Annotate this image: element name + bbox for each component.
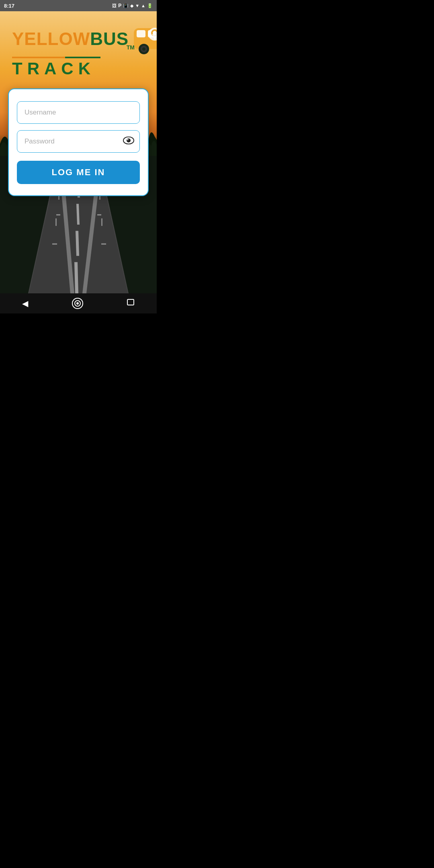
recent-apps-button[interactable] bbox=[127, 299, 135, 308]
svg-point-41 bbox=[127, 139, 129, 140]
battery-icon: 🔋 bbox=[147, 3, 153, 8]
signal-icon: ◆ bbox=[130, 3, 133, 8]
username-input[interactable] bbox=[17, 101, 140, 124]
logo-yellow-text: YELLOW bbox=[12, 29, 90, 49]
back-button[interactable]: ◀ bbox=[22, 299, 28, 308]
svg-rect-44 bbox=[127, 299, 134, 305]
parking-icon: P bbox=[118, 3, 121, 8]
wifi-full-icon: ▲ bbox=[141, 3, 145, 8]
toggle-password-icon[interactable] bbox=[123, 137, 134, 147]
photo-icon: 🖼 bbox=[112, 3, 117, 8]
logo-track-text: TRACK bbox=[12, 59, 95, 78]
svg-rect-13 bbox=[56, 214, 60, 215]
svg-rect-16 bbox=[97, 214, 101, 215]
svg-rect-21 bbox=[101, 218, 102, 226]
svg-point-40 bbox=[127, 139, 131, 143]
logo-text: YELLOWBUS bbox=[12, 30, 129, 48]
svg-point-43 bbox=[76, 302, 79, 305]
svg-rect-45 bbox=[128, 301, 133, 304]
logo-underline bbox=[12, 57, 100, 58]
svg-rect-25 bbox=[137, 30, 145, 37]
status-bar: 8:17 🖼 P 📳 ◆ ▼ ▲ 🔋 bbox=[0, 0, 157, 11]
logo-area: TM YELLOWBUS bbox=[12, 22, 145, 78]
svg-rect-17 bbox=[101, 244, 106, 245]
login-card: LOG ME IN bbox=[8, 88, 149, 196]
svg-point-35 bbox=[142, 47, 145, 51]
wifi-icon: ▼ bbox=[135, 3, 139, 8]
home-button[interactable] bbox=[72, 298, 83, 309]
svg-rect-19 bbox=[55, 218, 57, 226]
password-wrapper bbox=[17, 130, 140, 153]
bus-svg bbox=[132, 22, 157, 54]
logo-brand-row: YELLOWBUS bbox=[12, 22, 145, 56]
logo-track-row: TRACK bbox=[12, 59, 145, 78]
status-icons: 🖼 P 📳 ◆ ▼ ▲ 🔋 bbox=[112, 3, 153, 8]
password-input[interactable] bbox=[17, 130, 140, 153]
nav-bar: ◀ bbox=[0, 293, 157, 313]
bus-icon bbox=[132, 22, 157, 56]
login-button[interactable]: LOG ME IN bbox=[17, 161, 140, 184]
vibrate-icon: 📳 bbox=[123, 3, 129, 8]
svg-rect-14 bbox=[52, 244, 57, 245]
status-time: 8:17 bbox=[4, 3, 14, 9]
logo-bus-text: BUS bbox=[90, 29, 129, 49]
